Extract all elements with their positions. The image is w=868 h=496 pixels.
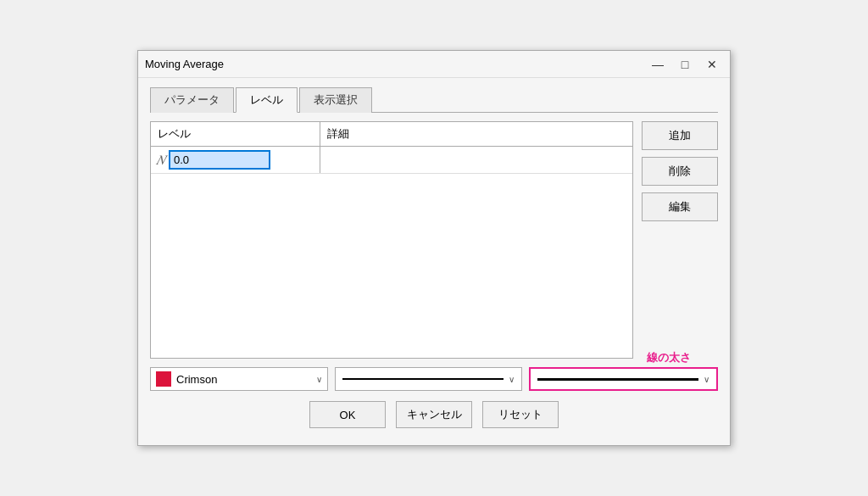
color-dropdown-arrow: ∨	[316, 375, 322, 384]
line-width-preview	[537, 378, 698, 381]
tab-params[interactable]: パラメータ	[150, 87, 234, 113]
window-title: Moving Average	[145, 58, 647, 70]
wave-icon: 𝑁	[156, 153, 165, 168]
color-dropdown[interactable]: Crimson ∨	[150, 367, 328, 391]
close-button[interactable]: ✕	[701, 55, 723, 74]
line-style-arrow: ∨	[509, 375, 515, 384]
table-empty-space	[151, 174, 632, 326]
col-level-header: レベル	[151, 122, 320, 146]
add-button[interactable]: 追加	[642, 121, 718, 150]
bottom-section: Crimson ∨ ∨ 線の太さ ∨	[150, 367, 718, 391]
reset-button[interactable]: リセット	[482, 401, 559, 428]
delete-button[interactable]: 削除	[642, 157, 718, 186]
minimize-button[interactable]: —	[647, 55, 669, 74]
maximize-button[interactable]: □	[674, 55, 696, 74]
detail-cell	[320, 147, 632, 173]
main-area: レベル 詳細 𝑁 追加 削除 編集	[150, 121, 718, 359]
line-width-arrow: ∨	[704, 375, 709, 384]
footer-buttons: OK キャンセル リセット	[150, 391, 718, 433]
cancel-button[interactable]: キャンセル	[396, 401, 472, 428]
style-controls: Crimson ∨ ∨ 線の太さ ∨	[150, 367, 718, 391]
dialog-content: パラメータ レベル 表示選択 レベル 詳細 𝑁	[138, 78, 730, 445]
line-style-preview	[342, 378, 504, 380]
line-style-dropdown[interactable]: ∨	[335, 367, 522, 391]
annotation-label: 線の太さ	[647, 350, 691, 365]
tab-level[interactable]: レベル	[236, 87, 298, 113]
tab-display[interactable]: 表示選択	[299, 87, 372, 113]
color-swatch	[156, 371, 171, 387]
ok-button[interactable]: OK	[309, 401, 386, 428]
tab-bar: パラメータ レベル 表示選択	[150, 86, 718, 113]
level-cell: 𝑁	[151, 147, 320, 173]
title-bar: Moving Average — □ ✕	[138, 51, 730, 78]
main-window: Moving Average — □ ✕ パラメータ レベル 表示選択 レベル …	[137, 50, 731, 446]
level-input[interactable]	[169, 150, 270, 170]
line-width-dropdown[interactable]: 線の太さ ∨	[529, 367, 718, 391]
table-row: 𝑁	[151, 147, 632, 174]
color-label: Crimson	[176, 373, 311, 386]
table-header: レベル 詳細	[151, 122, 632, 147]
edit-button[interactable]: 編集	[642, 192, 718, 221]
level-table: レベル 詳細 𝑁	[150, 121, 633, 359]
col-detail-header: 詳細	[320, 122, 632, 146]
window-controls: — □ ✕	[647, 55, 723, 74]
action-buttons: 追加 削除 編集	[642, 121, 718, 359]
